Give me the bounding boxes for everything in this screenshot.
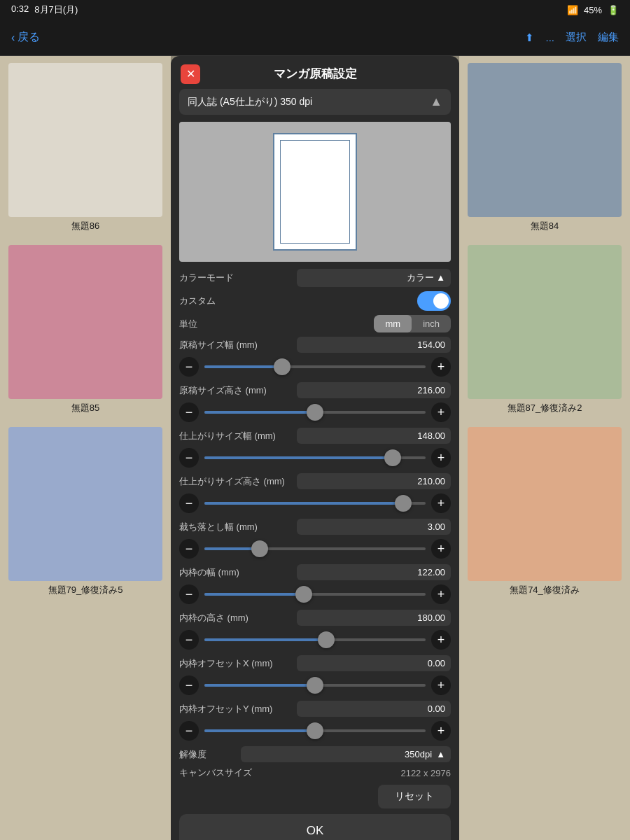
back-label: 戻る: [18, 30, 40, 45]
finish-height-value[interactable]: 210.00: [297, 473, 451, 489]
offset-x-slider-row: − +: [179, 676, 451, 695]
inner-height-row: 内枠の高さ (mm) 180.00: [179, 610, 451, 626]
finish-width-value[interactable]: 148.00: [297, 428, 451, 444]
offset-x-plus-button[interactable]: +: [431, 676, 451, 695]
finish-height-slider-fill: [204, 502, 403, 505]
width-slider-track[interactable]: [204, 365, 426, 368]
bleed-slider-track[interactable]: [204, 547, 426, 550]
custom-toggle[interactable]: [417, 291, 451, 311]
preset-arrow-icon: ▲: [430, 94, 442, 109]
unit-inch-button[interactable]: inch: [412, 315, 451, 332]
edit-button[interactable]: 編集: [598, 31, 619, 44]
offset-y-value[interactable]: 0.00: [297, 701, 451, 717]
finish-width-slider-track[interactable]: [204, 456, 426, 459]
preset-selector[interactable]: 同人誌 (A5仕上がり) 350 dpi ▲: [179, 89, 451, 115]
width-slider-row: − +: [179, 357, 451, 377]
unit-row: 単位 mm inch: [179, 315, 451, 332]
unit-mm-button[interactable]: mm: [374, 315, 412, 332]
offset-y-slider-track[interactable]: [204, 729, 426, 732]
height-slider-track[interactable]: [204, 411, 426, 414]
color-mode-label: カラーモード: [179, 272, 291, 284]
inner-height-plus-button[interactable]: +: [431, 630, 451, 650]
inner-width-plus-button[interactable]: +: [431, 584, 451, 604]
width-value[interactable]: 154.00: [297, 337, 451, 353]
offset-x-minus-button[interactable]: −: [179, 676, 199, 695]
color-mode-value: カラー: [407, 272, 434, 283]
inner-width-slider-thumb: [295, 586, 312, 603]
offset-x-slider-track[interactable]: [204, 684, 426, 687]
offset-x-label: 内枠オフセットX (mm): [179, 657, 291, 670]
reset-button[interactable]: リセット: [378, 785, 451, 808]
back-chevron-icon: ‹: [11, 31, 15, 44]
back-button[interactable]: ‹ 戻る: [11, 30, 40, 45]
thumb-cell-8[interactable]: 無題74_修復済み: [459, 420, 630, 602]
status-bar: 0:32 8月7日(月) 📶 45% 🔋: [0, 0, 630, 20]
finish-height-slider-track[interactable]: [204, 502, 426, 505]
thumb-cell-0[interactable]: 無題86: [0, 56, 171, 238]
height-value[interactable]: 216.00: [297, 382, 451, 398]
thumb-cell-3[interactable]: 無題85: [0, 238, 171, 420]
width-minus-button[interactable]: −: [179, 357, 199, 377]
resolution-row: 解像度 350dpi ▲: [179, 746, 451, 762]
resolution-arrow-icon: ▲: [436, 749, 445, 760]
resolution-value-box[interactable]: 350dpi ▲: [241, 746, 451, 762]
thumb-img-0: [8, 63, 162, 217]
offset-x-slider-fill: [204, 684, 315, 687]
height-minus-button[interactable]: −: [179, 402, 199, 422]
offset-x-value[interactable]: 0.00: [297, 655, 451, 671]
thumb-label-6: 無題79_修復済み5: [48, 584, 123, 596]
bleed-value[interactable]: 3.00: [297, 519, 451, 535]
inner-height-value[interactable]: 180.00: [297, 610, 451, 626]
offset-y-plus-button[interactable]: +: [431, 721, 451, 741]
inner-height-slider-track[interactable]: [204, 638, 426, 641]
finish-width-row: 仕上がりサイズ幅 (mm) 148.00: [179, 428, 451, 444]
finish-width-minus-button[interactable]: −: [179, 448, 199, 468]
color-mode-value-box[interactable]: カラー ▲: [297, 269, 451, 287]
thumb-cell-6[interactable]: 無題79_修復済み5: [0, 420, 171, 602]
thumb-label-0: 無題86: [71, 220, 99, 232]
offset-y-minus-button[interactable]: −: [179, 721, 199, 741]
offset-y-label: 内枠オフセットY (mm): [179, 703, 291, 715]
bleed-plus-button[interactable]: +: [431, 539, 451, 559]
height-plus-button[interactable]: +: [431, 402, 451, 422]
bleed-slider-thumb: [251, 540, 268, 557]
settings-body: カラーモード カラー ▲ カスタム 単位 mm inch 原稿サイズ幅 (mm)…: [171, 269, 459, 808]
width-label: 原稿サイズ幅 (mm): [179, 339, 291, 351]
battery-icon: 🔋: [608, 5, 619, 15]
width-plus-button[interactable]: +: [431, 357, 451, 377]
height-slider-thumb: [307, 404, 323, 421]
inner-width-minus-button[interactable]: −: [179, 584, 199, 604]
bleed-slider-row: − +: [179, 539, 451, 559]
thumb-img-3: [8, 245, 162, 399]
resolution-value: 350dpi: [405, 749, 432, 760]
canvas-size-value: 2122 x 2976: [258, 768, 451, 778]
select-button[interactable]: 選択: [566, 31, 587, 44]
more-button[interactable]: ...: [545, 31, 554, 43]
ok-button[interactable]: OK: [179, 814, 451, 840]
thumb-cell-5[interactable]: 無題87_修復済み2: [459, 238, 630, 420]
custom-label: カスタム: [179, 295, 291, 307]
inner-height-minus-button[interactable]: −: [179, 630, 199, 650]
bleed-minus-button[interactable]: −: [179, 539, 199, 559]
inner-width-value[interactable]: 122.00: [297, 564, 451, 580]
finish-height-row: 仕上がりサイズ高さ (mm) 210.00: [179, 473, 451, 489]
thumb-cell-2[interactable]: 無題84: [459, 56, 630, 238]
height-slider-row: − +: [179, 402, 451, 422]
height-label: 原稿サイズ高さ (mm): [179, 384, 291, 397]
inner-width-slider-track[interactable]: [204, 593, 426, 596]
finish-height-minus-button[interactable]: −: [179, 493, 199, 513]
offset-y-row: 内枠オフセットY (mm) 0.00: [179, 701, 451, 717]
battery-status: 45%: [584, 5, 602, 15]
share-button[interactable]: ⬆: [525, 31, 534, 44]
finish-height-plus-button[interactable]: +: [431, 493, 451, 513]
offset-x-row: 内枠オフセットX (mm) 0.00: [179, 655, 451, 671]
preset-label: 同人誌 (A5仕上がり) 350 dpi: [188, 96, 424, 108]
modal-close-button[interactable]: ✕: [181, 64, 200, 84]
offset-y-slider-fill: [204, 729, 315, 732]
thumb-img-6: [8, 427, 162, 581]
finish-width-plus-button[interactable]: +: [431, 448, 451, 468]
thumb-img-2: [468, 63, 622, 217]
height-slider-fill: [204, 411, 315, 414]
offset-x-slider-thumb: [307, 677, 323, 694]
nav-bar: ‹ 戻る ⬆ ... 選択 編集: [0, 20, 630, 56]
